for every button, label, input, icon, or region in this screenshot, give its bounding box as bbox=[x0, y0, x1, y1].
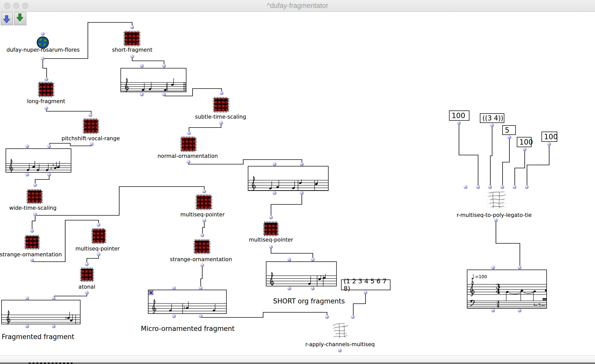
outlet[interactable] bbox=[202, 219, 206, 222]
inlet[interactable] bbox=[351, 315, 355, 319]
score-outlet[interactable] bbox=[47, 173, 51, 176]
score-inlet[interactable] bbox=[25, 297, 29, 300]
inlet[interactable] bbox=[85, 262, 89, 266]
score-inlet[interactable] bbox=[199, 286, 202, 290]
wide-time-scaling-icon[interactable] bbox=[26, 189, 43, 204]
short-fragment-icon[interactable] bbox=[124, 31, 140, 46]
pitchshift-vocal-range-icon[interactable] bbox=[83, 118, 99, 134]
inlet[interactable] bbox=[488, 185, 492, 189]
score-inlet[interactable] bbox=[300, 162, 304, 166]
inlet[interactable] bbox=[89, 113, 92, 117]
outlet[interactable] bbox=[187, 160, 190, 164]
outlet[interactable] bbox=[200, 263, 204, 267]
outlet[interactable] bbox=[338, 349, 342, 352]
outlet[interactable] bbox=[547, 142, 551, 146]
outlet[interactable] bbox=[269, 245, 273, 249]
inlet[interactable] bbox=[33, 183, 37, 187]
score-outlet[interactable] bbox=[172, 314, 176, 318]
score-inlet[interactable] bbox=[273, 162, 276, 166]
score-micro-ornamented[interactable]: ♯ bbox=[148, 290, 227, 314]
outlet[interactable] bbox=[30, 258, 34, 262]
inlet[interactable] bbox=[202, 190, 206, 193]
score-inlet[interactable] bbox=[140, 64, 144, 68]
score-outlet[interactable] bbox=[199, 314, 202, 318]
inlet[interactable] bbox=[464, 185, 467, 189]
score-outlet[interactable] bbox=[140, 93, 144, 96]
patcher-canvas[interactable]: ♯♯♯♯34345=100dufay-nuper-rosarum-floress… bbox=[0, 11, 595, 355]
inlet[interactable] bbox=[220, 91, 223, 95]
multiseq-pointer-left-icon[interactable] bbox=[91, 228, 106, 244]
inlet[interactable] bbox=[45, 77, 48, 81]
outlet[interactable] bbox=[97, 253, 100, 256]
inlet[interactable] bbox=[269, 216, 273, 219]
number-box-100-a[interactable]: 100 bbox=[449, 110, 469, 121]
inlet[interactable] bbox=[476, 185, 480, 189]
outlet[interactable] bbox=[490, 123, 494, 127]
inlet[interactable] bbox=[30, 229, 34, 233]
atonal-icon[interactable] bbox=[80, 268, 94, 282]
score-inlet[interactable] bbox=[162, 64, 166, 68]
inlet[interactable] bbox=[513, 185, 516, 189]
inlet[interactable] bbox=[187, 131, 191, 135]
sketch-thumbnail-icon[interactable] bbox=[330, 320, 351, 341]
long-fragment-icon[interactable] bbox=[38, 82, 54, 97]
outlet[interactable] bbox=[41, 57, 45, 60]
outlet[interactable] bbox=[364, 291, 367, 294]
outlet[interactable] bbox=[90, 142, 93, 146]
number-box-100-b[interactable]: 100 bbox=[517, 137, 532, 147]
score-inlet[interactable] bbox=[491, 266, 495, 269]
number-box-100-c[interactable]: 100 bbox=[542, 132, 557, 142]
score-inlet[interactable] bbox=[311, 258, 315, 261]
score-poly-result[interactable]: 34345=100 bbox=[467, 270, 547, 309]
score-inlet[interactable] bbox=[518, 266, 521, 269]
number-box-3-4[interactable]: ((3 4)) bbox=[480, 113, 504, 123]
inlet[interactable] bbox=[97, 223, 100, 227]
outlet[interactable] bbox=[494, 218, 498, 222]
inlet[interactable] bbox=[200, 233, 204, 237]
score-mid-view[interactable] bbox=[248, 166, 329, 191]
score-outlet[interactable] bbox=[518, 309, 521, 312]
outlet[interactable] bbox=[130, 55, 134, 58]
score-short-org-fragments[interactable] bbox=[266, 261, 337, 286]
outlet[interactable] bbox=[523, 148, 526, 151]
multiseq-pointer-right-icon[interactable] bbox=[263, 221, 279, 236]
outlet[interactable] bbox=[219, 121, 223, 125]
sketch-thumbnail-icon[interactable] bbox=[486, 190, 507, 211]
lock-x-icon[interactable] bbox=[149, 290, 153, 295]
score-outlet[interactable] bbox=[491, 309, 495, 312]
multiseq-pointer-mid-icon[interactable] bbox=[196, 194, 212, 210]
score-outlet[interactable] bbox=[300, 191, 304, 195]
normal-ornamentation-icon[interactable] bbox=[180, 136, 197, 152]
score-inlet[interactable] bbox=[288, 258, 291, 261]
score-short-fragment-view[interactable] bbox=[120, 68, 186, 92]
score-outlet[interactable] bbox=[25, 325, 29, 328]
score-inlet[interactable] bbox=[172, 286, 176, 290]
number-box-list-1-8[interactable]: (1 2 3 4 5 6 7 8) bbox=[341, 279, 390, 290]
outlet[interactable] bbox=[45, 106, 48, 110]
outlet[interactable] bbox=[85, 291, 89, 295]
score-outlet[interactable] bbox=[311, 287, 315, 290]
inlet[interactable] bbox=[325, 315, 329, 319]
number-box-5[interactable]: 5 bbox=[502, 125, 516, 135]
horizontal-scrollbar[interactable] bbox=[0, 355, 595, 363]
inlet[interactable] bbox=[525, 185, 529, 189]
outlet[interactable] bbox=[33, 213, 37, 216]
score-pitchshifted-view[interactable]: ♯♯ bbox=[6, 148, 71, 173]
title-bar[interactable]: ^dufay-fragmentator bbox=[0, 0, 595, 12]
score-fragmented[interactable]: ♯ bbox=[1, 300, 80, 324]
subtle-time-scaling-icon[interactable] bbox=[213, 97, 229, 113]
outlet[interactable] bbox=[508, 135, 511, 139]
outlet[interactable] bbox=[457, 121, 461, 125]
score-outlet[interactable] bbox=[52, 325, 56, 328]
score-outlet[interactable] bbox=[162, 93, 166, 96]
score-outlet[interactable] bbox=[288, 287, 291, 290]
blue-down-arrow-button[interactable] bbox=[1, 12, 13, 25]
green-down-arrow-button[interactable] bbox=[14, 12, 26, 25]
score-inlet[interactable] bbox=[52, 297, 56, 300]
inlet[interactable] bbox=[41, 32, 45, 36]
score-outlet[interactable] bbox=[25, 173, 29, 176]
inlet[interactable] bbox=[501, 185, 504, 189]
score-inlet[interactable] bbox=[25, 145, 29, 148]
score-outlet[interactable] bbox=[273, 191, 276, 195]
score-inlet[interactable] bbox=[47, 145, 51, 148]
